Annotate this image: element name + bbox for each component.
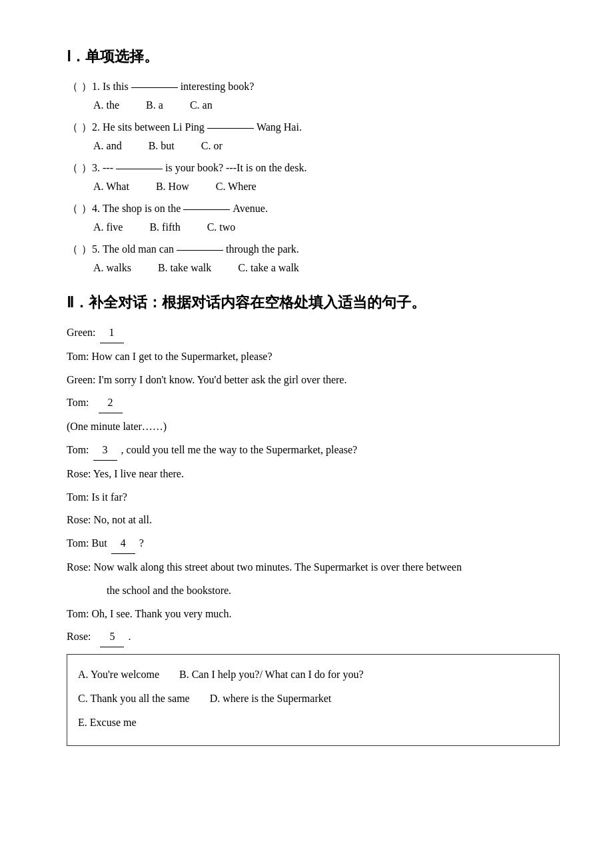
blank-num-2: 2 — [99, 393, 123, 413]
q5-option-c: C. take a walk — [238, 262, 299, 274]
paren-close-4: ） — [81, 202, 92, 216]
q3-option-b: B. How — [156, 181, 189, 193]
question-5: （ ） 5. The old man can through the park.… — [67, 243, 560, 274]
q1-option-b: B. a — [146, 99, 163, 111]
dialogue-line-4: Tom: 2 — [67, 393, 560, 413]
q3-option-c: C. Where — [216, 181, 257, 193]
dialogue-line-13: Tom: Oh, I see. Thank you very much. — [67, 605, 560, 624]
paren-5: （ — [67, 243, 79, 257]
tom-3-text: , could you tell me the way to the Super… — [121, 444, 358, 455]
speaker-tom-4: Tom: Is it far? — [67, 491, 127, 503]
q1-num: 1. — [92, 81, 100, 93]
blank-num-5: 5 — [100, 627, 124, 647]
answer-box-row-2: C. Thank you all the same D. where is th… — [78, 688, 548, 709]
dialogue-line-10: Tom: But 4 ? — [67, 534, 560, 554]
section-1-title: Ⅰ．单项选择。 — [67, 47, 560, 67]
rose-4-period: . — [128, 631, 131, 642]
q4-text-before: The shop is on the — [103, 203, 181, 215]
q2-blank — [207, 128, 254, 129]
q2-num: 2. — [92, 121, 100, 133]
tom-5-qmark: ? — [139, 537, 144, 549]
paren-4: （ — [67, 202, 79, 216]
answer-box: A. You're welcome B. Can I help you?/ Wh… — [67, 654, 560, 746]
blank-num-1: 1 — [100, 323, 124, 343]
q2-text-before: He sits between Li Ping — [103, 121, 205, 133]
q4-num: 4. — [92, 203, 100, 215]
q3-blank — [116, 169, 163, 169]
q2-option-b: B. but — [149, 140, 175, 152]
q4-options: A. five B. fifth C. two — [93, 221, 560, 233]
q4-option-b: B. fifth — [149, 221, 180, 233]
q1-option-a: A. the — [93, 99, 119, 111]
speaker-rose-2: Rose: No, not at all. — [67, 514, 152, 525]
q2-option-c: C. or — [201, 140, 223, 152]
dialogue-line-8: Tom: Is it far? — [67, 488, 560, 507]
speaker-tom-3: Tom: — [67, 444, 89, 455]
question-2: （ ） 2. He sits between Li Ping Wang Hai.… — [67, 121, 560, 152]
section-2-title: Ⅱ．补全对话：根据对话内容在空格处填入适当的句子。 — [67, 293, 560, 313]
dialogue-line-2: Tom: How can I get to the Supermarket, p… — [67, 347, 560, 367]
q5-option-b: B. take walk — [158, 262, 211, 274]
paren-close-2: ） — [81, 121, 92, 135]
q2-option-a: A. and — [93, 140, 122, 152]
q3-options: A. What B. How C. Where — [93, 181, 560, 193]
paren-2: （ — [67, 121, 79, 135]
q3-option-a: A. What — [93, 181, 129, 193]
q1-option-c: C. an — [190, 99, 213, 111]
q5-options: A. walks B. take walk C. take a walk — [93, 262, 560, 274]
dialogue-line-5: (One minute later……) — [67, 417, 560, 437]
paren-3: （ — [67, 161, 79, 175]
rose-3-cont: the school and the bookstore. — [107, 585, 231, 596]
speaker-tom-1: Tom: How can I get to the Supermarket, p… — [67, 351, 273, 362]
dialogue-line-14: Rose: 5 . — [67, 627, 560, 647]
q2-text-after: Wang Hai. — [257, 121, 302, 133]
q3-num: 3. — [92, 162, 100, 174]
dialogue-line-11: Rose: Now walk along this street about t… — [67, 558, 560, 577]
speaker-green-2: Green: I'm sorry I don't know. You'd bet… — [67, 374, 346, 385]
answer-c: C. Thank you all the same — [78, 688, 190, 709]
dialogue-line-3: Green: I'm sorry I don't know. You'd bet… — [67, 371, 560, 390]
q1-blank — [131, 87, 178, 88]
dialogue-line-6: Tom: 3 , could you tell me the way to th… — [67, 441, 560, 461]
section-2: Ⅱ．补全对话：根据对话内容在空格处填入适当的句子。 Green: 1 Tom: … — [67, 293, 560, 746]
speaker-tom-6: Tom: Oh, I see. Thank you very much. — [67, 608, 231, 619]
speaker-rose-1: Rose: Yes, I live near there. — [67, 468, 184, 479]
answer-b: B. Can I help you?/ What can I do for yo… — [179, 664, 364, 685]
q5-blank — [177, 250, 223, 251]
q5-text-after: through the park. — [226, 243, 299, 255]
q3-text-after: is your book? ---It is on the desk. — [165, 162, 306, 174]
q1-options: A. the B. a C. an — [93, 99, 560, 111]
question-1: （ ） 1. Is this interesting book? A. the … — [67, 80, 560, 111]
paren-close-1: ） — [81, 80, 92, 94]
speaker-green-1: Green: — [67, 327, 96, 338]
speaker-tom-2: Tom: — [67, 397, 95, 408]
blank-num-4: 4 — [111, 534, 135, 554]
question-4: （ ） 4. The shop is on the Avenue. A. fiv… — [67, 202, 560, 233]
answer-e: E. Excuse me — [78, 712, 137, 733]
section-1: Ⅰ．单项选择。 （ ） 1. Is this interesting book?… — [67, 47, 560, 274]
dialogue-line-12: the school and the bookstore. — [107, 581, 560, 601]
q4-blank — [183, 209, 230, 210]
question-3: （ ） 3. --- is your book? ---It is on the… — [67, 161, 560, 193]
blank-num-3: 3 — [93, 441, 117, 461]
paren-1: （ — [67, 80, 79, 94]
q3-text-before: --- — [103, 162, 113, 174]
q2-options: A. and B. but C. or — [93, 140, 560, 152]
answer-box-row-1: A. You're welcome B. Can I help you?/ Wh… — [78, 664, 548, 685]
dialogue-line-9: Rose: No, not at all. — [67, 511, 560, 530]
paren-close-5: ） — [81, 243, 92, 257]
answer-d: D. where is the Supermarket — [210, 688, 332, 709]
q1-text-after: interesting book? — [181, 81, 255, 93]
q1-text-before: Is this — [103, 81, 129, 93]
answer-a: A. You're welcome — [78, 664, 159, 685]
speaker-rose-3: Rose: Now walk along this street about t… — [67, 561, 462, 573]
speaker-rose-4: Rose: — [67, 631, 96, 642]
speaker-tom-5: Tom: But — [67, 537, 107, 549]
q4-option-a: A. five — [93, 221, 123, 233]
dialogue-line-7: Rose: Yes, I live near there. — [67, 465, 560, 484]
paren-close-3: ） — [81, 161, 92, 175]
dialogue-line-1: Green: 1 — [67, 323, 560, 343]
q5-option-a: A. walks — [93, 262, 131, 274]
q4-text-after: Avenue. — [233, 203, 268, 215]
answer-box-row-3: E. Excuse me — [78, 712, 548, 733]
